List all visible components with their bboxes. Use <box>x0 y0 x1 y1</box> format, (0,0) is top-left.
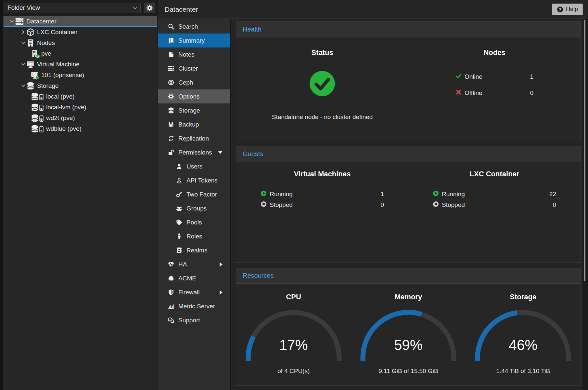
caret-down-icon[interactable] <box>19 83 27 88</box>
tree-item-nodes[interactable]: Nodes <box>4 37 157 48</box>
main-region: Datacenter ? Help SearchSummaryNotesClus… <box>158 0 588 390</box>
nav-item-label: Cluster <box>178 65 198 72</box>
nav-item-acme[interactable]: ACME <box>158 271 230 285</box>
address-book-icon <box>175 247 183 253</box>
expand-arrow-down-icon[interactable] <box>218 151 223 154</box>
nav-item-realms[interactable]: Realms <box>158 243 230 257</box>
vertical-scrollbar[interactable] <box>583 19 588 390</box>
tree-item-virtual-machine[interactable]: Virtual Machine <box>4 59 157 70</box>
database-icon <box>31 125 44 133</box>
tree-item-wdblue-pve[interactable]: wdblue (pve) <box>4 123 157 134</box>
tree-item-label: Storage <box>37 82 59 89</box>
unlock-icon <box>167 149 174 155</box>
nav-item-label: Metric Server <box>178 303 215 310</box>
nav-item-two-factor[interactable]: Two Factor <box>158 187 230 201</box>
tree-item-lxc-container[interactable]: LXC Container <box>4 27 157 37</box>
nav-item-ha[interactable]: HA <box>158 257 230 271</box>
tree-item-pve[interactable]: pve <box>4 48 157 59</box>
resources-panel-title: Resources <box>243 272 274 279</box>
tree-item-storage[interactable]: Storage <box>4 80 157 91</box>
caret-down-icon[interactable] <box>19 40 27 46</box>
row-value: 1 <box>530 73 533 80</box>
resource-tree-panel: Folder View DatacenterLXC ContainerNodes… <box>3 0 158 390</box>
shield-icon <box>167 289 174 295</box>
nav-item-label: Pools <box>186 219 202 226</box>
nav-item-label: Groups <box>186 205 207 212</box>
tree-item-local-pve[interactable]: local (pve) <box>4 91 157 102</box>
cluster-icon <box>167 66 174 71</box>
status-running-badge-icon <box>36 76 40 80</box>
stopped-row: Stopped0 <box>433 199 556 210</box>
database-icon <box>167 107 174 114</box>
nav-item-support[interactable]: Support <box>158 313 230 327</box>
database-icon <box>27 82 34 90</box>
nav-item-options[interactable]: Options <box>158 89 230 103</box>
nodes-status-section: Nodes Online1Offline0 <box>408 37 581 141</box>
bar-chart-icon <box>167 303 174 309</box>
gauge-percent: 59% <box>358 337 459 353</box>
tree-item-wd2t-pve[interactable]: wd2t (pve) <box>4 113 157 123</box>
nav-item-search[interactable]: Search <box>158 20 230 34</box>
nav-item-groups[interactable]: Groups <box>158 201 230 215</box>
gear-icon <box>146 5 153 11</box>
expand-arrow-right-icon[interactable] <box>220 290 223 295</box>
gauge-detail: 9.11 GiB of 15.50 GiB <box>351 368 466 375</box>
tree-item-datacenter[interactable]: Datacenter <box>4 16 157 27</box>
resources-panel: Resources CPU 17%of 4 CPU(s)Memory 59%9.… <box>236 268 581 386</box>
help-button[interactable]: ? Help <box>552 4 583 15</box>
tree-item-label: local-lvm (pve) <box>46 104 86 111</box>
nav-item-label: Roles <box>186 233 202 240</box>
nav-item-permissions[interactable]: Permissions <box>158 145 230 159</box>
tree-item-label: wd2t (pve) <box>46 114 75 122</box>
storage-usage-icon <box>39 115 44 122</box>
tree-settings-button[interactable] <box>144 3 155 13</box>
expand-arrow-right-icon[interactable] <box>220 262 223 267</box>
tree-item-101-opnsense[interactable]: 101 (opnsense) <box>4 70 157 80</box>
user-outline-icon <box>175 177 183 183</box>
running-row: Running22 <box>433 189 556 199</box>
nav-item-firewall[interactable]: Firewall <box>158 285 230 299</box>
view-mode-select[interactable]: Folder View <box>4 3 141 13</box>
guest-status-table: Running22Stopped0 <box>433 189 556 210</box>
offline-row: Offline0 <box>455 85 533 101</box>
caret-right-icon[interactable] <box>19 30 27 35</box>
book-icon <box>167 37 174 44</box>
nav-item-replication[interactable]: Replication <box>158 131 230 145</box>
nav-item-backup[interactable]: Backup <box>158 117 230 131</box>
scrollbar-thumb[interactable] <box>584 20 585 281</box>
nav-item-metric-server[interactable]: Metric Server <box>158 299 230 313</box>
nav-item-users[interactable]: Users <box>158 159 230 173</box>
nav-item-api-tokens[interactable]: API Tokens <box>158 173 230 187</box>
status-ok-icon <box>309 71 335 97</box>
cpu-gauge: 17% <box>243 309 344 366</box>
burst-icon <box>167 275 174 281</box>
caret-down-icon[interactable] <box>19 62 27 67</box>
nav-item-summary[interactable]: Summary <box>158 34 230 47</box>
nav-item-label: HA <box>178 261 187 268</box>
gauge-detail: 1.44 TiB of 3.10 TiB <box>466 368 581 375</box>
search-icon <box>167 23 174 30</box>
tree-item-label: Datacenter <box>26 18 57 25</box>
row-value: 0 <box>553 201 556 208</box>
tree-item-label: wdblue (pve) <box>46 125 82 132</box>
nav-item-notes[interactable]: Notes <box>158 47 230 61</box>
content-header: Datacenter ? Help <box>158 0 588 19</box>
nav-item-label: API Tokens <box>186 177 218 184</box>
nav-item-label: Users <box>186 163 203 170</box>
gauge-percent: 17% <box>243 337 344 353</box>
storage-usage-icon <box>39 126 44 133</box>
play-circle-icon <box>261 190 267 198</box>
storage-usage-icon <box>39 104 44 111</box>
nav-item-cluster[interactable]: Cluster <box>158 61 230 75</box>
caret-down-icon[interactable] <box>8 19 15 24</box>
nav-item-ceph[interactable]: Ceph <box>158 75 230 89</box>
nav-item-pools[interactable]: Pools <box>158 215 230 229</box>
building-icon <box>27 39 34 47</box>
lxc-container-section: LXC ContainerRunning22Stopped0 <box>408 162 581 262</box>
nav-item-storage[interactable]: Storage <box>158 103 230 117</box>
storage-gauge: 46% <box>473 309 573 366</box>
nav-item-roles[interactable]: Roles <box>158 229 230 243</box>
cpu-gauge-section: CPU 17%of 4 CPU(s) <box>236 284 351 385</box>
cluster-status-section: Status Standalone node - no cluster defi… <box>236 37 408 141</box>
tree-item-local-lvm-pve[interactable]: local-lvm (pve) <box>4 102 157 113</box>
